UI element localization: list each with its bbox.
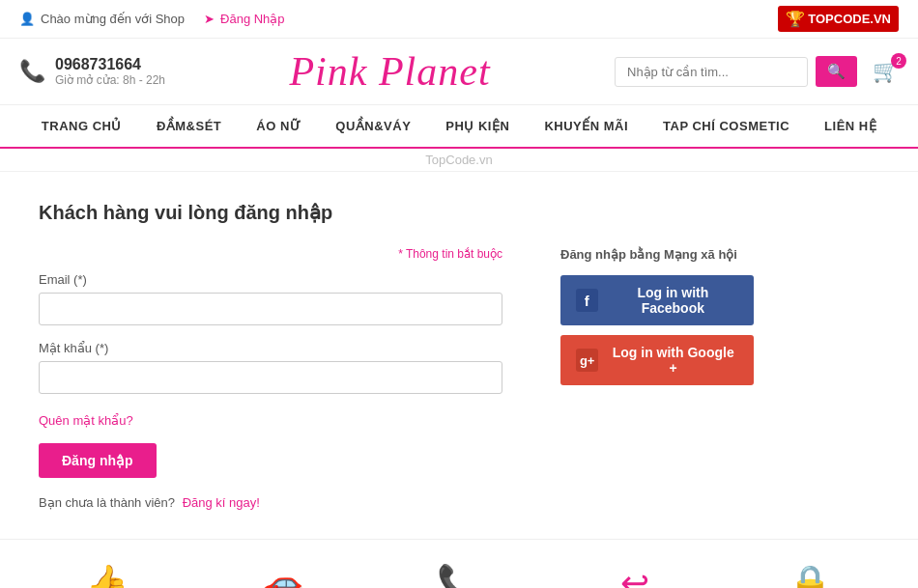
footer-icon-0: 👍 <box>85 563 129 588</box>
footer-icon-4: 🔒 <box>789 563 832 588</box>
facebook-login-button[interactable]: f Log in with Facebook <box>560 275 754 325</box>
nav-item-1[interactable]: ĐẦM&SÉT <box>139 105 239 147</box>
user-icon: 👤 <box>19 12 35 26</box>
footer-icon-item-0: 👍 Sản Phẩm Chất lượng Chất lượng sản phẩ… <box>28 563 186 588</box>
google-btn-label: Log in with Google + <box>608 345 738 376</box>
footer-icon-2: 📞 <box>437 563 480 588</box>
phone-section: 📞 0968731664 Giờ mở cửa: 8h - 22h <box>19 56 165 87</box>
required-note-text: * Thông tin bắt buộc <box>398 247 502 261</box>
watermark: TopCode.vn <box>0 149 918 172</box>
phone-icon: 📞 <box>19 59 45 84</box>
footer-icon-3: ↩ <box>620 563 649 588</box>
topcode-logo: 🏆 TOPCODE.VN <box>778 6 899 32</box>
footer-icon-item-3: ↩ Đổi Trả Trong Vòng 7 Ngày Đổi trả miễn… <box>556 563 714 588</box>
cart-icon[interactable]: 🛒 2 <box>873 59 899 84</box>
register-link[interactable]: Đăng kí ngay! <box>183 495 260 510</box>
search-section: 🔍 🛒 2 <box>615 56 899 87</box>
login-section: * Thông tin bắt buộc Email (*) Mật khẩu … <box>39 247 879 510</box>
login-label[interactable]: Đăng Nhập <box>220 12 285 26</box>
phone-info: 0968731664 Giờ mở cửa: 8h - 22h <box>55 56 165 87</box>
nav-item-6[interactable]: TAP CHÍ COSMETIC <box>645 105 807 147</box>
google-login-button[interactable]: g+ Log in with Google + <box>560 335 754 385</box>
not-member-text: Bạn chưa là thành viên? <box>39 495 175 510</box>
required-note: * Thông tin bắt buộc <box>39 247 502 261</box>
top-bar: 👤 Chào mừng đến với Shop ➤ Đăng Nhập 🏆 T… <box>0 0 918 39</box>
login-button[interactable]: Đăng nhập <box>39 443 157 478</box>
top-bar-left: 👤 Chào mừng đến với Shop ➤ Đăng Nhập <box>19 12 285 26</box>
navigation-area: TRANG CHỦĐẦM&SÉTÁO NỮQUẦN&VÁYPHỤ KIỆNKHU… <box>0 105 918 172</box>
main-nav: TRANG CHỦĐẦM&SÉTÁO NỮQUẦN&VÁYPHỤ KIỆNKHU… <box>0 105 918 149</box>
email-group: Email (*) <box>39 272 502 325</box>
welcome-message: 👤 Chào mừng đến với Shop <box>19 12 185 26</box>
page-title: Khách hàng vui lòng đăng nhập <box>39 201 879 224</box>
header: 📞 0968731664 Giờ mở cửa: 8h - 22h Pink P… <box>0 39 918 105</box>
main-content: Khách hàng vui lòng đăng nhập * Thông ti… <box>0 172 918 539</box>
register-row: Bạn chưa là thành viên? Đăng kí ngay! <box>39 495 502 510</box>
cart-badge: 2 <box>891 53 906 69</box>
phone-hours: Giờ mở cửa: 8h - 22h <box>55 73 165 87</box>
search-button[interactable]: 🔍 <box>816 56 857 87</box>
login-arrow-icon: ➤ <box>204 12 215 26</box>
google-icon: g+ <box>576 349 598 372</box>
forgot-password-link[interactable]: Quên mật khẩu? <box>39 413 133 428</box>
nav-item-3[interactable]: QUẦN&VÁY <box>318 105 428 147</box>
footer-icon-item-2: 📞 Hỗ Trợ 24/7 Hỗ trợ khách hàng 24/7 <box>380 563 538 588</box>
footer-icons: 👍 Sản Phẩm Chất lượng Chất lượng sản phẩ… <box>0 539 918 588</box>
logo-icon: 🏆 <box>786 10 805 28</box>
footer-icon-1: 🚗 <box>261 563 304 588</box>
phone-number: 0968731664 <box>55 56 165 73</box>
social-login-section: Đăng nhập bằng Mạng xã hội f Log in with… <box>560 247 773 395</box>
welcome-text: Chào mừng đến với Shop <box>41 12 185 26</box>
nav-item-0[interactable]: TRANG CHỦ <box>24 105 139 147</box>
nav-item-4[interactable]: PHỤ KIỆN <box>428 105 527 147</box>
social-title: Đăng nhập bằng Mạng xã hội <box>560 247 773 262</box>
footer-icon-item-4: 🔒 Thanh Toán An Toàn Thanh toán an toàn … <box>732 563 890 588</box>
email-input[interactable] <box>39 293 502 325</box>
footer-icon-item-1: 🚗 Giao Hàng Nhanh Chóng Giao hàng nhanh … <box>204 563 362 588</box>
site-logo[interactable]: Pink Planet <box>289 48 490 95</box>
nav-item-7[interactable]: LIÊN HỆ <box>807 105 894 147</box>
nav-item-2[interactable]: ÁO NỮ <box>239 105 318 147</box>
password-input[interactable] <box>39 361 502 394</box>
nav-item-5[interactable]: KHUYẾN MÃI <box>527 105 645 147</box>
search-input[interactable] <box>615 57 808 87</box>
logo-text: TOPCODE.VN <box>808 12 891 26</box>
login-link[interactable]: ➤ Đăng Nhập <box>204 12 285 26</box>
login-form: * Thông tin bắt buộc Email (*) Mật khẩu … <box>39 247 502 510</box>
password-label: Mật khẩu (*) <box>39 341 502 355</box>
facebook-icon: f <box>576 289 598 312</box>
email-label: Email (*) <box>39 272 502 287</box>
top-bar-right: 🏆 TOPCODE.VN <box>778 6 899 32</box>
password-group: Mật khẩu (*) <box>39 341 502 394</box>
facebook-btn-label: Log in with Facebook <box>608 285 738 316</box>
